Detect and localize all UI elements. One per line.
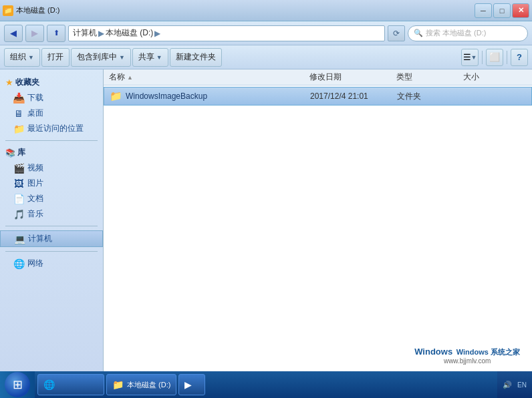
- toolbar-separator: [482, 51, 483, 64]
- taskbar-item-media[interactable]: ▶: [178, 374, 205, 395]
- sidebar-item-desktop[interactable]: 🖥 桌面: [0, 106, 103, 121]
- view-button[interactable]: ☰ ▼: [461, 49, 479, 66]
- sidebar-item-documents[interactable]: 📄 文档: [0, 191, 103, 206]
- watermark-url: www.bjjmlv.com: [414, 357, 520, 365]
- preview-button[interactable]: ⬜: [486, 49, 503, 66]
- pictures-icon: 🖼: [13, 178, 24, 189]
- music-icon: 🎵: [13, 209, 24, 220]
- path-sep-1: ▶: [98, 29, 104, 38]
- minimize-button[interactable]: ─: [475, 3, 492, 18]
- open-label: 打开: [47, 51, 63, 63]
- sidebar-item-pictures[interactable]: 🖼 图片: [0, 176, 103, 191]
- sidebar-divider-1: [5, 140, 98, 141]
- file-row[interactable]: 📁 WindowsImageBackup 2017/12/4 21:01 文件夹: [104, 87, 532, 106]
- taskbar-right: 🔊 EN: [497, 371, 532, 398]
- watermark: Windows Windows 系统之家 www.bjjmlv.com: [409, 344, 525, 367]
- toolbar-separator-2: [507, 51, 507, 64]
- library-header[interactable]: 📚 库: [0, 145, 103, 160]
- video-icon: 🎬: [13, 163, 24, 174]
- col-type-label: 类型: [396, 71, 412, 83]
- taskbar-items: 🌐 📁 本地磁盘 (D:) ▶: [35, 374, 497, 395]
- open-button[interactable]: 打开: [41, 48, 70, 67]
- ie-icon: 🌐: [43, 379, 55, 390]
- sidebar-item-downloads[interactable]: 📥 下载: [0, 90, 103, 106]
- path-sep-2: ▶: [154, 29, 160, 38]
- sidebar-item-computer[interactable]: 💻 计算机: [0, 230, 103, 247]
- file-list: 📁 WindowsImageBackup 2017/12/4 21:01 文件夹: [104, 85, 532, 377]
- share-label: 共享: [138, 51, 154, 63]
- recent-label: 最近访问的位置: [27, 123, 84, 134]
- col-date-label: 修改日期: [309, 71, 342, 83]
- search-placeholder: 搜索 本地磁盘 (D:): [426, 28, 486, 38]
- window-title: 本地磁盘 (D:): [16, 5, 59, 15]
- taskbar-clock: EN: [517, 381, 527, 389]
- taskbar-explorer-label: 本地磁盘 (D:): [127, 380, 170, 390]
- media-icon: ▶: [184, 379, 192, 390]
- pictures-label: 图片: [27, 178, 43, 189]
- window-controls: ─ □ ✕: [475, 3, 529, 18]
- music-label: 音乐: [27, 208, 43, 220]
- col-name-label: 名称: [109, 71, 125, 83]
- file-type: 文件夹: [397, 91, 421, 101]
- col-header-size[interactable]: 大小: [458, 69, 532, 85]
- favorites-label: 收藏夹: [15, 77, 39, 88]
- sidebar-item-network[interactable]: 🌐 网络: [0, 256, 103, 271]
- favorites-section: ★ 收藏夹 📥 下载 🖥 桌面 📁 最近访问的位置: [0, 75, 103, 136]
- organize-label: 组织: [10, 51, 26, 63]
- downloads-label: 下载: [27, 92, 43, 104]
- network-section: 🌐 网络: [0, 256, 103, 271]
- recent-icon: 📁: [13, 124, 24, 134]
- share-button[interactable]: 共享 ▼: [132, 48, 168, 67]
- close-button[interactable]: ✕: [512, 3, 529, 18]
- documents-label: 文档: [27, 193, 43, 204]
- path-computer: 计算机: [73, 27, 97, 39]
- window-icon: 📁: [3, 5, 13, 16]
- documents-icon: 📄: [13, 194, 24, 204]
- new-folder-button[interactable]: 新建文件夹: [170, 48, 222, 67]
- favorites-header[interactable]: ★ 收藏夹: [0, 75, 103, 90]
- search-icon: 🔍: [414, 29, 423, 37]
- desktop-icon: 🖥: [13, 108, 24, 119]
- file-date-cell: 2017/12/4 21:01: [305, 91, 392, 101]
- file-name-cell: 📁 WindowsImageBackup: [104, 90, 305, 102]
- include-library-button[interactable]: 包含到库中 ▼: [71, 48, 131, 67]
- help-button[interactable]: ?: [511, 49, 528, 66]
- sidebar-item-video[interactable]: 🎬 视频: [0, 160, 103, 176]
- refresh-button[interactable]: ⟳: [388, 25, 405, 41]
- address-bar: ◀ ▶ ⬆ 计算机 ▶ 本地磁盘 (D:) ▶ ⟳ 🔍 搜索 本地磁盘 (D:): [0, 21, 532, 45]
- computer-icon: 💻: [14, 234, 25, 244]
- sidebar-divider-2: [5, 226, 98, 226]
- main-area: ★ 收藏夹 📥 下载 🖥 桌面 📁 最近访问的位置 📚 库: [0, 69, 532, 377]
- taskbar: ⊞ 🌐 📁 本地磁盘 (D:) ▶ 🔊 EN: [0, 371, 532, 398]
- organize-button[interactable]: 组织 ▼: [4, 48, 40, 67]
- desktop-label: 桌面: [27, 108, 43, 119]
- video-label: 视频: [27, 162, 43, 174]
- col-header-date[interactable]: 修改日期: [304, 69, 391, 85]
- new-folder-label: 新建文件夹: [176, 51, 216, 63]
- start-button[interactable]: ⊞: [0, 371, 35, 398]
- organize-dropdown-icon: ▼: [28, 54, 34, 61]
- file-area: 名称 ▲ 修改日期 类型 大小 📁 WindowsImageBackup 2: [104, 69, 532, 377]
- file-folder-icon: 📁: [110, 90, 122, 102]
- search-box[interactable]: 🔍 搜索 本地磁盘 (D:): [408, 25, 528, 41]
- sidebar-item-music[interactable]: 🎵 音乐: [0, 206, 103, 222]
- library-section: 📚 库 🎬 视频 🖼 图片 📄 文档 🎵 音乐: [0, 145, 103, 222]
- up-button[interactable]: ⬆: [47, 25, 65, 42]
- address-path[interactable]: 计算机 ▶ 本地磁盘 (D:) ▶: [68, 25, 385, 41]
- computer-label: 计算机: [28, 233, 52, 244]
- toolbar: 组织 ▼ 打开 包含到库中 ▼ 共享 ▼ 新建文件夹 ☰ ▼ ⬜ ?: [0, 45, 532, 69]
- taskbar-item-ie[interactable]: 🌐: [37, 374, 104, 395]
- maximize-button[interactable]: □: [493, 3, 511, 18]
- include-library-label: 包含到库中: [77, 51, 117, 63]
- col-header-type[interactable]: 类型: [391, 69, 458, 85]
- forward-button[interactable]: ▶: [25, 25, 44, 42]
- file-type-cell: 文件夹: [392, 91, 458, 102]
- explorer-icon: 📁: [112, 379, 124, 390]
- taskbar-item-explorer[interactable]: 📁 本地磁盘 (D:): [106, 374, 176, 395]
- back-button[interactable]: ◀: [4, 25, 23, 42]
- preview-icon: ⬜: [489, 52, 500, 62]
- watermark-subtitle: Windows 系统之家: [456, 348, 520, 356]
- start-orb: ⊞: [5, 372, 30, 397]
- col-header-name[interactable]: 名称 ▲: [104, 69, 304, 85]
- sidebar-item-recent[interactable]: 📁 最近访问的位置: [0, 121, 103, 136]
